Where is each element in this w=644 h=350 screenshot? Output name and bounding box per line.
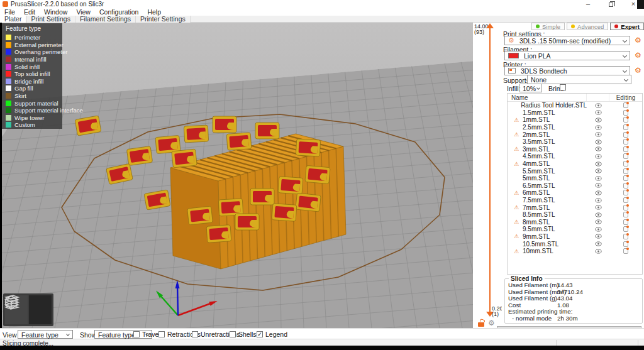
object-row[interactable]: ⚠5.5mm.STL (508, 167, 642, 175)
tab-print-settings[interactable]: Print Settings (26, 16, 75, 23)
toggle-legend[interactable]: ✓ Legend (257, 331, 287, 338)
minimize-button[interactable]: – (580, 0, 596, 9)
editing-cell[interactable] (609, 205, 642, 211)
filament-gear-button[interactable]: ⚙ (633, 51, 643, 60)
object-row[interactable]: ⚠3.5mm.STL (508, 138, 642, 146)
object-row[interactable]: ⚠6mm.STL (508, 189, 642, 197)
mode-button-simple[interactable]: Simple (531, 23, 565, 30)
brim-checkbox[interactable] (560, 84, 566, 90)
visibility-cell[interactable] (587, 212, 609, 217)
editing-cell[interactable] (609, 226, 642, 232)
visibility-cell[interactable] (587, 234, 609, 239)
editing-cell[interactable] (609, 110, 642, 116)
visibility-cell[interactable] (587, 118, 609, 123)
visibility-cell[interactable] (587, 183, 609, 188)
visibility-cell[interactable] (587, 161, 609, 167)
infill-combo[interactable]: 10% (519, 84, 542, 92)
toggle-travel[interactable]: Travel (133, 331, 160, 338)
slider-gear-icon[interactable]: ⚙ (488, 319, 495, 327)
supports-combo[interactable]: None (527, 75, 631, 84)
object-row[interactable]: ⚠2.5mm.STL (508, 124, 642, 131)
editing-cell[interactable] (609, 168, 642, 174)
layer-slider-track[interactable] (489, 28, 491, 314)
preview-view-button[interactable] (29, 295, 52, 324)
visibility-cell[interactable] (587, 190, 609, 195)
tab-plater[interactable]: Plater (0, 16, 26, 23)
mode-label: Simple (542, 23, 560, 30)
printer-combo[interactable]: 3DLS Bondtech (504, 66, 630, 75)
visibility-cell[interactable] (587, 132, 609, 137)
editing-cell[interactable] (609, 197, 642, 203)
editing-cell[interactable] (609, 124, 642, 130)
editing-cell[interactable] (609, 241, 642, 247)
editing-cell[interactable] (609, 190, 642, 195)
visibility-cell[interactable] (587, 125, 609, 130)
printer-gear-button[interactable]: ⚙ (633, 66, 643, 75)
visibility-cell[interactable] (587, 176, 609, 181)
editing-cell[interactable] (609, 219, 642, 225)
object-row[interactable]: ⚠3mm.STL (508, 146, 642, 153)
toggle-shells[interactable]: Shells (230, 331, 257, 338)
object-row[interactable]: ⚠Radius Tool Holder.STL (508, 102, 642, 109)
object-row[interactable]: ⚠9.5mm.STL (508, 226, 642, 233)
visibility-cell[interactable] (587, 219, 609, 224)
editing-cell[interactable] (609, 175, 642, 181)
visibility-cell[interactable] (587, 168, 609, 173)
mode-button-expert[interactable]: Expert (610, 23, 644, 30)
object-row[interactable]: ⚠4.5mm.STL (508, 153, 642, 160)
editing-cell[interactable] (609, 212, 642, 217)
object-row[interactable]: ⚠1mm.STL (508, 116, 642, 124)
mode-button-advanced[interactable]: Advanced (567, 23, 608, 30)
tab-filament-settings[interactable]: Filament Settings (75, 16, 136, 23)
visibility-cell[interactable] (587, 198, 609, 203)
editing-cell[interactable] (609, 248, 642, 254)
legend-item-label: Wipe tower (14, 114, 45, 121)
visibility-cell[interactable] (587, 249, 609, 254)
object-row[interactable]: ⚠5mm.STL (508, 175, 642, 182)
object-row[interactable]: ⚠1.5mm.STL (508, 109, 642, 117)
editing-cell[interactable] (609, 102, 642, 108)
editing-icon (623, 161, 628, 167)
object-row[interactable]: ⚠10.5mm.STL (508, 240, 642, 248)
object-row[interactable]: ⚠6.5mm.STL (508, 182, 642, 190)
print-settings-gear-button[interactable]: ⚙ (633, 36, 643, 45)
visibility-cell[interactable] (587, 146, 609, 151)
filament-combo[interactable]: Lion PLA (504, 51, 630, 60)
name-column-header[interactable]: Name (508, 94, 587, 101)
visibility-cell[interactable] (587, 227, 609, 232)
object-row[interactable]: ⚠7mm.STL (508, 204, 642, 211)
visibility-cell[interactable] (587, 205, 609, 210)
visibility-cell[interactable] (587, 139, 609, 145)
editing-cell[interactable] (609, 117, 642, 123)
editing-cell[interactable] (609, 183, 642, 189)
editing-cell[interactable] (609, 146, 642, 152)
supports-value: None (531, 76, 547, 84)
3d-viewport[interactable]: Feature type Perimeter External perimete… (2, 23, 473, 328)
editing-cell[interactable] (609, 234, 642, 239)
restore-button[interactable] (602, 0, 619, 9)
editing-cell[interactable] (609, 139, 642, 145)
object-row[interactable]: ⚠7.5mm.STL (508, 197, 642, 204)
tab-printer-settings[interactable]: Printer Settings (136, 16, 191, 23)
object-row[interactable]: ⚠8mm.STL (508, 219, 642, 226)
object-row[interactable]: ⚠4mm.STL (508, 160, 642, 168)
lock-icon[interactable] (478, 322, 484, 327)
sliced-info-label: Used Filament (mm³) (508, 288, 556, 295)
object-row[interactable]: ⚠9mm.STL (508, 233, 642, 241)
visibility-cell[interactable] (587, 110, 609, 115)
layer-slider-upper-handle[interactable] (486, 23, 494, 28)
object-row[interactable]: ⚠8.5mm.STL (508, 211, 642, 219)
visibility-cell[interactable] (587, 154, 609, 159)
editing-cell[interactable] (609, 153, 642, 159)
editing-cell[interactable] (609, 132, 642, 138)
object-name: 9.5mm.STL (523, 226, 555, 232)
legend-item-label: Top solid infill (14, 70, 50, 77)
print-settings-combo[interactable]: ⚙ 3DLS .15 50mm-sec (modified) (504, 36, 630, 45)
editing-icon (623, 226, 628, 232)
object-row[interactable]: ⚠2mm.STL (508, 131, 642, 138)
object-row[interactable]: ⚠10mm.STL (508, 248, 642, 255)
view-combo[interactable]: Feature type (18, 330, 73, 339)
visibility-cell[interactable] (587, 103, 609, 108)
visibility-cell[interactable] (587, 241, 609, 246)
editing-cell[interactable] (609, 161, 642, 167)
